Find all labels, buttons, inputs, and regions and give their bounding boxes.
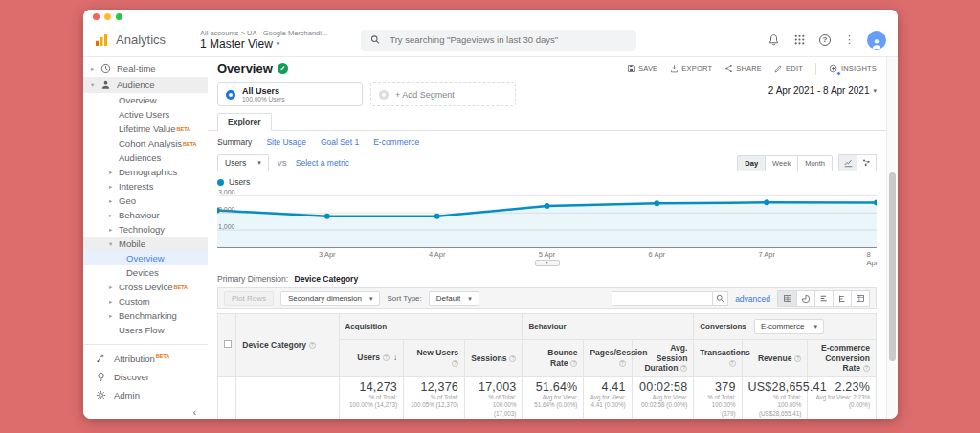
sort-type-value: Default	[436, 294, 460, 303]
sidebar-item-label: Cross Device	[119, 282, 173, 292]
minimize-window-button[interactable]	[104, 13, 111, 20]
sidebar-item-real-time[interactable]: ▸ Real-time	[83, 60, 208, 77]
sidebar-item-mobile-overview[interactable]: Overview	[83, 251, 208, 265]
column-new-users[interactable]: New Users?	[403, 340, 464, 377]
plot-rows-button[interactable]: Plot Rows	[224, 291, 274, 306]
chevron-right-icon: ▸	[109, 226, 119, 234]
column-bounce-rate[interactable]: Bounce Rate?	[523, 340, 584, 377]
collapse-sidebar-button[interactable]: ‹	[83, 404, 208, 419]
close-window-button[interactable]	[93, 13, 100, 20]
help-button[interactable]: ?	[818, 34, 832, 47]
edit-button[interactable]: EDIT	[774, 64, 803, 73]
add-segment-button[interactable]: + Add Segment	[370, 82, 516, 106]
sidebar-item-devices[interactable]: Devices	[83, 265, 208, 280]
more-options-button[interactable]: ⋮	[844, 34, 855, 46]
segment-ring-icon	[379, 90, 389, 100]
table-search-button[interactable]	[712, 291, 728, 306]
subtab-site-usage[interactable]: Site Usage	[266, 137, 306, 147]
metric-selector-dropdown[interactable]: Users ▾	[217, 154, 269, 171]
percentage-view-button[interactable]	[796, 291, 814, 306]
subtab-goal-set-1[interactable]: Goal Set 1	[321, 137, 359, 147]
sidebar-item-mobile[interactable]: ▾Mobile	[83, 237, 208, 251]
column-sessions[interactable]: Sessions?	[464, 340, 523, 377]
subtab-ecommerce[interactable]: E-commerce	[373, 137, 419, 147]
notifications-button[interactable]	[767, 34, 780, 47]
segment-all-users[interactable]: All Users 100.00% Users	[217, 82, 363, 106]
data-view-button[interactable]	[778, 291, 796, 306]
comparison-view-button[interactable]	[833, 291, 851, 306]
granularity-month-button[interactable]: Month	[798, 155, 833, 171]
chevron-right-icon: ▸	[109, 183, 119, 191]
global-search[interactable]	[361, 30, 636, 51]
column-users[interactable]: Users?↓	[339, 340, 403, 377]
sort-type-label: Sort Type:	[387, 294, 421, 303]
sidebar-item-admin[interactable]: Admin	[83, 386, 208, 404]
view-selector[interactable]: 1 Master View ▾	[200, 37, 361, 51]
sidebar-item-behaviour[interactable]: ▸Behaviour	[83, 208, 208, 222]
sidebar-item-cohort-analysis[interactable]: Cohort AnalysisBETA	[83, 136, 208, 150]
secondary-dimension-dropdown[interactable]: Secondary dimension ▾	[280, 291, 380, 306]
save-button[interactable]: SAVE	[627, 64, 657, 73]
granularity-week-button[interactable]: Week	[766, 155, 798, 171]
sidebar-item-audiences[interactable]: Audiences	[83, 150, 208, 165]
column-transactions[interactable]: Transactions?	[694, 340, 742, 377]
help-icon: ?	[452, 360, 458, 367]
primary-dimension-device-category[interactable]: Device Category	[295, 274, 359, 284]
column-device-category[interactable]: Device Category?	[236, 314, 339, 377]
chevron-right-icon: ▸	[91, 65, 100, 73]
table-view-buttons	[777, 290, 870, 307]
column-revenue[interactable]: Revenue?	[742, 340, 808, 377]
pivot-icon	[856, 294, 865, 303]
select-all-checkbox[interactable]	[224, 340, 232, 348]
sidebar-item-active-users[interactable]: Active Users	[83, 107, 208, 122]
verified-check-icon: ✓	[278, 63, 288, 74]
search-input[interactable]	[388, 34, 627, 46]
sidebar-item-users-flow[interactable]: Users Flow	[83, 323, 208, 337]
google-apps-button[interactable]	[792, 34, 806, 47]
users-line-chart[interactable]: 1,0002,0003,000	[217, 191, 877, 248]
subtab-summary[interactable]: Summary	[217, 137, 252, 147]
performance-view-button[interactable]	[814, 291, 833, 306]
sidebar-item-geo[interactable]: ▸Geo	[83, 194, 208, 208]
breadcrumb: All accounts > UA - Google Merchandi...	[200, 29, 361, 37]
date-range-picker[interactable]: 2 Apr 2021 - 8 Apr 2021 ▾	[768, 82, 877, 96]
timeline-scrubber-handle[interactable]: ▾	[535, 260, 560, 266]
sidebar-item-benchmarking[interactable]: ▸Benchmarking	[83, 308, 208, 323]
sidebar-item-cross-device[interactable]: ▸Cross DeviceBETA	[83, 280, 208, 294]
sidebar-item-audience[interactable]: ▾ Audience	[83, 77, 208, 93]
sidebar-item-label: Overview	[119, 95, 157, 105]
sidebar-item-technology[interactable]: ▸Technology	[83, 222, 208, 237]
motion-chart-button[interactable]	[858, 154, 877, 171]
sidebar-item-label: Demographics	[119, 167, 177, 177]
sidebar-item-custom[interactable]: ▸Custom	[83, 294, 208, 308]
share-button[interactable]: SHARE	[724, 64, 762, 73]
column-ecommerce-conversion-rate[interactable]: E-commerce Conversion Rate?	[808, 340, 877, 377]
granularity-day-button[interactable]: Day	[737, 155, 766, 171]
scrollbar-thumb[interactable]	[889, 172, 896, 361]
help-icon: ?	[680, 365, 687, 372]
column-pages-session[interactable]: Pages/Session?	[584, 340, 632, 377]
column-avg-session-duration[interactable]: Avg. Session Duration?	[632, 340, 694, 377]
sidebar-item-lifetime-value[interactable]: Lifetime ValueBETA	[83, 122, 208, 136]
vertical-scrollbar[interactable]	[886, 57, 898, 419]
conversions-goal-dropdown[interactable]: E-commerce ▾	[754, 319, 824, 334]
export-button[interactable]: EXPORT	[670, 64, 712, 73]
tab-explorer[interactable]: Explorer	[217, 113, 272, 131]
sidebar-item-interests[interactable]: ▸Interests	[83, 179, 208, 194]
account-picker[interactable]: All accounts > UA - Google Merchandi... …	[200, 29, 361, 51]
select-metric-link[interactable]: Select a metric	[296, 158, 349, 168]
zoom-window-button[interactable]	[116, 13, 122, 20]
line-chart-button[interactable]	[838, 154, 858, 171]
sort-type-dropdown[interactable]: Default ▾	[429, 291, 479, 306]
table-search-input[interactable]	[612, 291, 712, 306]
sidebar-item-label: Lifetime Value	[119, 124, 176, 134]
sidebar-item-demographics[interactable]: ▸Demographics	[83, 165, 208, 179]
avatar[interactable]	[867, 31, 886, 50]
sidebar-item-attribution[interactable]: AttributionBETA	[83, 350, 208, 368]
chevron-right-icon: ▸	[109, 169, 119, 176]
insights-button[interactable]: INSIGHTS	[829, 64, 877, 74]
sidebar-item-discover[interactable]: Discover	[83, 368, 208, 386]
sidebar-item-audience-overview[interactable]: Overview	[83, 93, 208, 107]
advanced-search-link[interactable]: advanced	[735, 294, 770, 304]
pivot-view-button[interactable]	[851, 291, 869, 306]
